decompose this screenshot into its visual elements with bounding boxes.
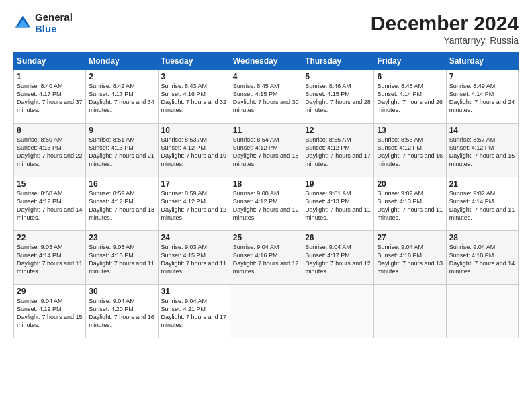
day-info: Sunrise: 8:58 AMSunset: 4:12 PMDaylight:… (17, 190, 83, 221)
calendar-cell: 7Sunrise: 8:49 AMSunset: 4:14 PMDaylight… (446, 70, 518, 124)
day-number: 12 (305, 126, 371, 135)
calendar-cell: 21Sunrise: 9:02 AMSunset: 4:14 PMDayligh… (446, 177, 518, 231)
col-wednesday: Wednesday (230, 53, 302, 70)
header-row: Sunday Monday Tuesday Wednesday Thursday… (14, 53, 519, 70)
calendar-week-3: 15Sunrise: 8:58 AMSunset: 4:12 PMDayligh… (14, 177, 519, 231)
col-friday: Friday (374, 53, 446, 70)
col-sunday: Sunday (14, 53, 86, 70)
calendar-cell (374, 285, 446, 338)
calendar-cell: 24Sunrise: 9:03 AMSunset: 4:15 PMDayligh… (158, 231, 230, 285)
logo-blue: Blue (35, 24, 73, 35)
day-info: Sunrise: 9:02 AMSunset: 4:14 PMDaylight:… (449, 190, 515, 221)
day-info: Sunrise: 8:48 AMSunset: 4:14 PMDaylight:… (377, 83, 443, 113)
calendar-cell: 11Sunrise: 8:54 AMSunset: 4:12 PMDayligh… (230, 124, 302, 177)
calendar-cell: 4Sunrise: 8:45 AMSunset: 4:15 PMDaylight… (230, 70, 302, 124)
day-info: Sunrise: 9:03 AMSunset: 4:14 PMDaylight:… (17, 244, 83, 275)
calendar-cell: 5Sunrise: 8:46 AMSunset: 4:15 PMDaylight… (302, 70, 374, 124)
day-info: Sunrise: 8:54 AMSunset: 4:12 PMDaylight:… (233, 136, 299, 167)
header: General Blue December 2024 Yantarnyy, Ru… (13, 12, 519, 46)
day-number: 18 (233, 179, 299, 189)
calendar-cell: 15Sunrise: 8:58 AMSunset: 4:12 PMDayligh… (14, 177, 86, 231)
calendar-cell: 9Sunrise: 8:51 AMSunset: 4:13 PMDaylight… (86, 124, 158, 177)
day-info: Sunrise: 8:59 AMSunset: 4:12 PMDaylight:… (161, 190, 227, 221)
day-info: Sunrise: 9:04 AMSunset: 4:17 PMDaylight:… (305, 244, 371, 275)
calendar-cell: 29Sunrise: 9:04 AMSunset: 4:19 PMDayligh… (14, 285, 86, 338)
logo-general: General (35, 12, 73, 24)
day-number: 13 (377, 126, 443, 135)
calendar-week-5: 29Sunrise: 9:04 AMSunset: 4:19 PMDayligh… (14, 285, 519, 338)
day-number: 10 (161, 126, 227, 135)
title-block: December 2024 Yantarnyy, Russia (371, 12, 519, 46)
day-info: Sunrise: 8:59 AMSunset: 4:12 PMDaylight:… (89, 190, 154, 221)
day-number: 29 (17, 287, 83, 296)
day-number: 11 (233, 126, 299, 135)
calendar-cell: 19Sunrise: 9:01 AMSunset: 4:13 PMDayligh… (302, 177, 374, 231)
day-number: 2 (89, 72, 154, 81)
day-info: Sunrise: 8:43 AMSunset: 4:16 PMDaylight:… (161, 83, 227, 113)
calendar-table: Sunday Monday Tuesday Wednesday Thursday… (13, 52, 519, 338)
calendar-title: December 2024 (371, 12, 519, 35)
day-info: Sunrise: 9:01 AMSunset: 4:13 PMDaylight:… (305, 190, 371, 221)
calendar-cell: 28Sunrise: 9:04 AMSunset: 4:18 PMDayligh… (446, 231, 518, 285)
col-saturday: Saturday (446, 53, 518, 70)
calendar-week-2: 8Sunrise: 8:50 AMSunset: 4:13 PMDaylight… (14, 124, 519, 177)
day-info: Sunrise: 9:04 AMSunset: 4:20 PMDaylight:… (89, 298, 154, 328)
day-info: Sunrise: 9:03 AMSunset: 4:15 PMDaylight:… (161, 244, 227, 275)
day-number: 20 (377, 179, 443, 189)
day-number: 17 (161, 179, 227, 189)
col-tuesday: Tuesday (158, 53, 230, 70)
day-info: Sunrise: 9:04 AMSunset: 4:18 PMDaylight:… (377, 244, 443, 275)
day-number: 15 (17, 179, 83, 189)
day-info: Sunrise: 8:40 AMSunset: 4:17 PMDaylight:… (17, 83, 83, 113)
day-number: 31 (161, 287, 227, 296)
day-number: 28 (449, 233, 515, 242)
calendar-cell: 14Sunrise: 8:57 AMSunset: 4:12 PMDayligh… (446, 124, 518, 177)
calendar-cell: 30Sunrise: 9:04 AMSunset: 4:20 PMDayligh… (86, 285, 158, 338)
day-number: 6 (377, 72, 443, 81)
day-info: Sunrise: 8:49 AMSunset: 4:14 PMDaylight:… (449, 83, 515, 113)
day-info: Sunrise: 9:04 AMSunset: 4:21 PMDaylight:… (161, 298, 227, 328)
day-info: Sunrise: 9:00 AMSunset: 4:12 PMDaylight:… (233, 190, 299, 221)
day-info: Sunrise: 8:55 AMSunset: 4:12 PMDaylight:… (305, 136, 371, 167)
day-number: 27 (377, 233, 443, 242)
page: General Blue December 2024 Yantarnyy, Ru… (0, 0, 532, 411)
col-monday: Monday (86, 53, 158, 70)
day-number: 25 (233, 233, 299, 242)
day-number: 1 (17, 72, 83, 81)
day-info: Sunrise: 9:04 AMSunset: 4:18 PMDaylight:… (449, 244, 515, 275)
day-info: Sunrise: 8:57 AMSunset: 4:12 PMDaylight:… (449, 136, 515, 167)
calendar-cell: 20Sunrise: 9:02 AMSunset: 4:13 PMDayligh… (374, 177, 446, 231)
day-info: Sunrise: 9:04 AMSunset: 4:16 PMDaylight:… (233, 244, 299, 275)
day-number: 23 (89, 233, 154, 242)
calendar-cell: 2Sunrise: 8:42 AMSunset: 4:17 PMDaylight… (86, 70, 158, 124)
calendar-cell (302, 285, 374, 338)
calendar-cell: 13Sunrise: 8:56 AMSunset: 4:12 PMDayligh… (374, 124, 446, 177)
day-number: 3 (161, 72, 227, 81)
calendar-cell (446, 285, 518, 338)
calendar-cell: 1Sunrise: 8:40 AMSunset: 4:17 PMDaylight… (14, 70, 86, 124)
calendar-cell: 23Sunrise: 9:03 AMSunset: 4:15 PMDayligh… (86, 231, 158, 285)
calendar-cell: 26Sunrise: 9:04 AMSunset: 4:17 PMDayligh… (302, 231, 374, 285)
calendar-week-4: 22Sunrise: 9:03 AMSunset: 4:14 PMDayligh… (14, 231, 519, 285)
calendar-cell: 16Sunrise: 8:59 AMSunset: 4:12 PMDayligh… (86, 177, 158, 231)
calendar-cell: 3Sunrise: 8:43 AMSunset: 4:16 PMDaylight… (158, 70, 230, 124)
day-number: 30 (89, 287, 154, 296)
day-info: Sunrise: 9:04 AMSunset: 4:19 PMDaylight:… (17, 298, 83, 328)
day-number: 4 (233, 72, 299, 81)
day-number: 21 (449, 179, 515, 189)
calendar-cell: 31Sunrise: 9:04 AMSunset: 4:21 PMDayligh… (158, 285, 230, 338)
day-info: Sunrise: 9:02 AMSunset: 4:13 PMDaylight:… (377, 190, 443, 221)
logo-text: General Blue (35, 12, 73, 34)
day-number: 26 (305, 233, 371, 242)
day-info: Sunrise: 8:46 AMSunset: 4:15 PMDaylight:… (305, 83, 371, 113)
calendar-cell: 27Sunrise: 9:04 AMSunset: 4:18 PMDayligh… (374, 231, 446, 285)
logo-icon (13, 14, 32, 33)
day-info: Sunrise: 8:45 AMSunset: 4:15 PMDaylight:… (233, 83, 299, 113)
day-info: Sunrise: 8:42 AMSunset: 4:17 PMDaylight:… (89, 83, 154, 113)
day-number: 19 (305, 179, 371, 189)
day-number: 22 (17, 233, 83, 242)
day-info: Sunrise: 8:53 AMSunset: 4:12 PMDaylight:… (161, 136, 227, 167)
day-number: 8 (17, 126, 83, 135)
calendar-subtitle: Yantarnyy, Russia (371, 35, 519, 46)
logo: General Blue (13, 12, 73, 34)
